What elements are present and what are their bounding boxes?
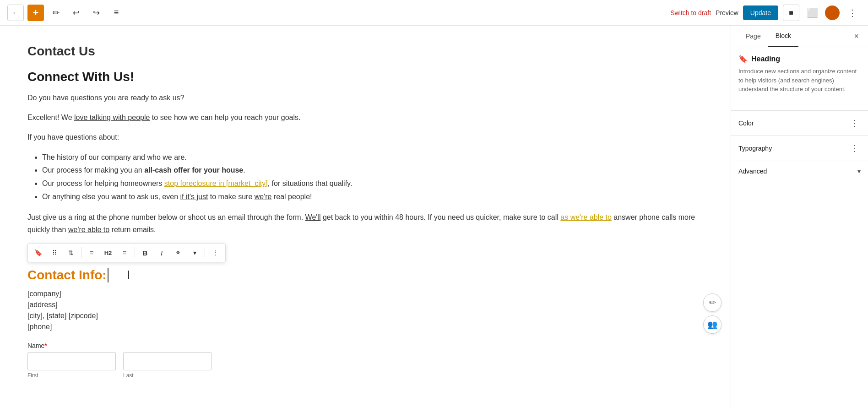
contact-city-state: [city], [state] [zipcode] <box>27 312 703 320</box>
panel-tabs-left: Page Block <box>738 26 798 47</box>
block-drag-button[interactable]: ⠿ <box>47 245 62 260</box>
tab-block[interactable]: Block <box>768 26 798 47</box>
tools-button[interactable]: ✏ <box>48 5 64 21</box>
settings-button[interactable]: ■ <box>783 5 799 21</box>
user-avatar[interactable] <box>825 5 840 20</box>
bold-button[interactable]: B <box>138 245 152 260</box>
toolbar-divider-1 <box>81 247 81 258</box>
required-indicator: * <box>44 342 47 349</box>
heading-level-button[interactable]: H2 <box>101 245 115 260</box>
block-move-button[interactable]: ⇅ <box>64 245 78 260</box>
advanced-section-actions: ▾ <box>857 168 861 175</box>
align-left-icon: ≡ <box>90 249 93 256</box>
underline-able: we're able to <box>68 226 109 233</box>
contact-phone: [phone] <box>27 323 703 331</box>
advanced-section-header[interactable]: Advanced ▾ <box>731 168 868 175</box>
block-bookmark-icon: 🔖 <box>738 54 748 63</box>
toolbar-divider-2 <box>135 247 135 258</box>
underline-well: We'll <box>305 213 321 221</box>
link-foreclosure[interactable]: stop foreclosure in [market_city] <box>164 179 268 187</box>
color-section-title: Color <box>738 119 754 127</box>
undo-button[interactable]: ↩ <box>68 5 84 21</box>
redo-icon: ↪ <box>93 8 100 18</box>
contact-address: [address] <box>27 301 703 309</box>
contact-info-heading[interactable]: Contact Info: <box>27 268 107 282</box>
list-item: Our process for making you an all-cash o… <box>42 164 703 177</box>
bookmark-icon: 🔖 <box>34 249 42 256</box>
block-align2-button[interactable]: ≡ <box>117 245 132 260</box>
more-icon: ⋮ <box>848 7 857 18</box>
paragraph-4: Just give us a ring at the phone number … <box>27 211 703 236</box>
toolbar-left: ← + ✏ ↩ ↪ ≡ <box>7 5 125 21</box>
more-rich-text-button[interactable]: ▾ <box>187 245 202 260</box>
name-section: Name* First Last <box>27 342 703 379</box>
advanced-section-title: Advanced <box>738 168 767 175</box>
right-panel: Page Block × 🔖 Heading Introduce new sec… <box>731 26 868 407</box>
link-button[interactable]: ⚭ <box>171 245 185 260</box>
drag-icon: ⠿ <box>52 249 57 256</box>
color-options-button[interactable]: ⋮ <box>849 117 861 129</box>
toolbar-right: Switch to draft Preview Update ■ ⬜ ⋮ <box>670 5 861 21</box>
list-icon: ≡ <box>114 8 119 17</box>
block-type-title: Heading <box>751 55 780 63</box>
underline-text: if it's just <box>180 193 208 201</box>
color-section-actions: ⋮ <box>849 117 861 129</box>
main-layout: Contact Us Connect With Us! Do you have … <box>0 26 868 407</box>
italic-button[interactable]: I <box>154 245 169 260</box>
tab-page[interactable]: Page <box>738 26 768 47</box>
plus-icon: + <box>33 7 39 19</box>
typography-section: Typography ⋮ <box>731 136 868 161</box>
typography-options-button[interactable]: ⋮ <box>849 142 861 154</box>
undo-icon: ↩ <box>73 8 80 18</box>
edit-fab-button[interactable]: ✏ <box>703 293 722 312</box>
i-cursor-indicator: I <box>127 268 130 282</box>
editor-area[interactable]: Contact Us Connect With Us! Do you have … <box>0 26 731 407</box>
last-label: Last <box>123 372 212 379</box>
contact-heading-row: Contact Info: I <box>27 268 703 282</box>
advanced-section: Advanced ▾ <box>731 161 868 181</box>
toolbar-divider-3 <box>205 247 205 258</box>
last-name-field-wrapper: Last <box>123 352 212 379</box>
content-list: The history of our company and who we ar… <box>42 151 703 204</box>
typography-section-header[interactable]: Typography ⋮ <box>731 142 868 154</box>
close-panel-button[interactable]: × <box>852 30 861 43</box>
link-call[interactable]: as we're able to <box>560 213 612 221</box>
back-icon: ← <box>12 9 19 17</box>
bold-icon: B <box>143 249 148 257</box>
first-name-input[interactable] <box>27 352 116 370</box>
color-section-header[interactable]: Color ⋮ <box>731 117 868 129</box>
main-content-heading[interactable]: Connect With Us! <box>27 70 703 84</box>
block-floating-toolbar: 🔖 ⠿ ⇅ ≡ H2 ≡ B I <box>27 243 226 262</box>
preview-button[interactable]: Preview <box>716 9 738 16</box>
last-name-input[interactable] <box>123 352 212 370</box>
paragraph-1: Do you have questions you are ready to a… <box>27 92 703 104</box>
back-button[interactable]: ← <box>7 5 24 21</box>
block-title-row: 🔖 Heading <box>738 54 861 63</box>
floating-actions: ✏ 👥 <box>703 293 722 334</box>
list-item: Our process for helping homeowners stop … <box>42 177 703 190</box>
advanced-toggle-button[interactable]: ▾ <box>857 168 861 175</box>
block-bookmark-button[interactable]: 🔖 <box>31 245 45 260</box>
dropdown-icon: ▾ <box>193 249 196 256</box>
color-section: Color ⋮ <box>731 110 868 136</box>
name-label-text: Name <box>27 342 44 349</box>
add-block-button[interactable]: + <box>27 5 44 21</box>
list-view-button[interactable]: ≡ <box>108 5 125 21</box>
close-icon: × <box>854 32 859 41</box>
block-align-button[interactable]: ≡ <box>84 245 99 260</box>
redo-button[interactable]: ↪ <box>88 5 104 21</box>
highlight-text: love talking with people <box>74 114 150 121</box>
block-options-button[interactable]: ⋮ <box>208 245 222 260</box>
typography-section-title: Typography <box>738 145 772 152</box>
more-options-button[interactable]: ⋮ <box>844 5 861 21</box>
align-icon-2: ≡ <box>123 249 126 256</box>
typography-section-actions: ⋮ <box>849 142 861 154</box>
updown-icon: ⇅ <box>68 249 74 256</box>
update-button[interactable]: Update <box>743 5 778 20</box>
switch-to-draft-button[interactable]: Switch to draft <box>670 9 711 16</box>
view-toggle-button[interactable]: ⬜ <box>804 5 820 21</box>
user-fab-button[interactable]: 👥 <box>703 315 722 334</box>
page-title: Contact Us <box>27 44 703 59</box>
pencil-fab-icon: ✏ <box>709 298 716 308</box>
settings-icon: ■ <box>789 9 793 17</box>
